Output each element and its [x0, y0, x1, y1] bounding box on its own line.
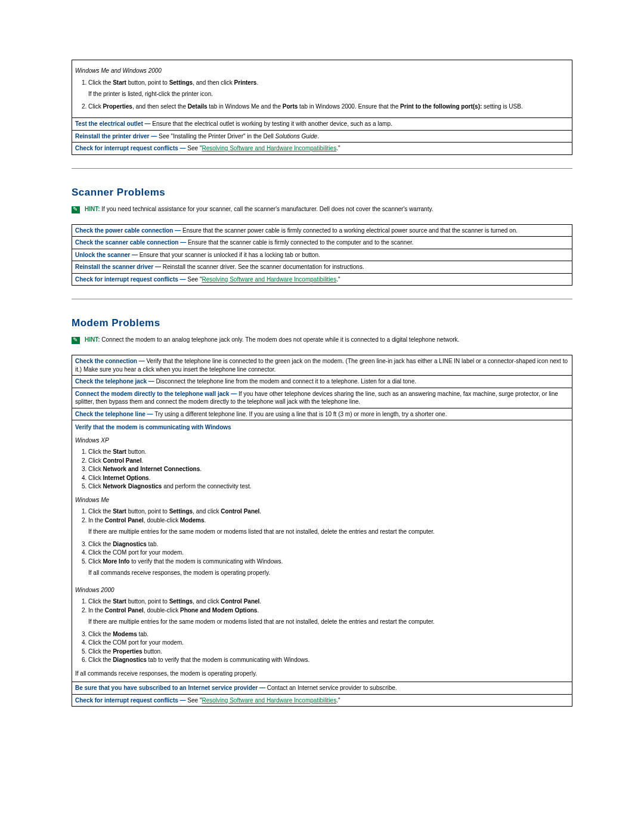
scanner-row-power: Check the power cable connection — Ensur… — [72, 224, 572, 237]
scanner-hint: HINT: If you need technical assistance f… — [72, 206, 572, 213]
printer-outlet-row: Test the electrical outlet — Ensure that… — [72, 118, 572, 131]
me-step-1: Click the Start button, point to Setting… — [88, 507, 569, 516]
printer-step-1: Click the Start button, point to Setting… — [88, 79, 569, 103]
modem-row-irq: Check for interrupt request conflicts — … — [72, 694, 572, 707]
xp-step-5: Click Network Diagnostics and perform th… — [88, 482, 569, 491]
w2k-step-4: Click the COM port for your modem. — [88, 639, 569, 648]
scanner-irq-link[interactable]: Resolving Software and Hardware Incompat… — [202, 276, 337, 283]
os-label-me: Windows Me — [75, 496, 569, 504]
xp-steps: Click the Start button. Click Control Pa… — [88, 448, 569, 491]
os-label-2000: Windows 2000 — [75, 586, 569, 594]
printer-step-1-note: If the printer is listed, right-click th… — [88, 86, 569, 102]
hint-text: Connect the modem to an analog telephone… — [100, 336, 460, 343]
modem-row-isp: Be sure that you have subscribed to an I… — [72, 682, 572, 695]
me-step-2: In the Control Panel, double-click Modem… — [88, 516, 569, 540]
scanner-row-unlock: Unlock the scanner — Ensure that your sc… — [72, 249, 572, 261]
w2k-step-3: Click the Modems tab. — [88, 630, 569, 639]
modem-row-verify: Verify that the modem is communicating w… — [72, 420, 572, 682]
hint-icon — [72, 206, 80, 213]
printer-irq-link[interactable]: Resolving Software and Hardware Incompat… — [202, 145, 337, 151]
printer-table: Windows Me and Windows 2000 Click the St… — [72, 60, 572, 155]
printer-continued-cell: Windows Me and Windows 2000 Click the St… — [72, 60, 572, 118]
w2k-step-5: Click the Properties button. — [88, 648, 569, 657]
os-label: Windows Me and Windows 2000 — [75, 67, 569, 75]
printer-steps: Click the Start button, point to Setting… — [88, 79, 569, 112]
me-step-5: Click More Info to verify that the modem… — [88, 558, 569, 581]
modem-irq-link[interactable]: Resolving Software and Hardware Incompat… — [202, 697, 337, 704]
w2k-note-2: If all commands receive responses, the m… — [75, 670, 569, 678]
me-note-2: If all commands receive responses, the m… — [88, 565, 569, 581]
scanner-heading: Scanner Problems — [72, 187, 572, 199]
w2k-step-6: Click the Diagnostics tab to verify that… — [88, 656, 569, 665]
modem-verify-heading: Verify that the modem is communicating w… — [75, 423, 569, 432]
xp-step-3: Click Network and Internet Connections. — [88, 465, 569, 474]
me-step-3: Click the Diagnostics tab. — [88, 540, 569, 549]
w2k-steps: Click the Start button, point to Setting… — [88, 597, 569, 665]
hint-label: HINT: — [85, 206, 100, 212]
modem-row-line: Check the telephone line — Try using a d… — [72, 408, 572, 420]
modem-hint: HINT: Connect the modem to an analog tel… — [72, 336, 572, 344]
xp-step-2: Click Control Panel. — [88, 457, 569, 466]
scanner-table: Check the power cable connection — Ensur… — [72, 224, 572, 286]
xp-step-1: Click the Start button. — [88, 448, 569, 457]
me-steps: Click the Start button, point to Setting… — [88, 507, 569, 581]
divider — [72, 168, 572, 169]
modem-row-jack: Check the telephone jack — Disconnect th… — [72, 376, 572, 388]
hint-icon — [72, 337, 80, 344]
w2k-step-2: In the Control Panel, double-click Phone… — [88, 606, 569, 630]
printer-step-2: Click Properties, and then select the De… — [88, 103, 569, 112]
scanner-row-reinstall: Reinstall the scanner driver — Reinstall… — [72, 261, 572, 274]
divider — [72, 299, 572, 299]
w2k-step-1: Click the Start button, point to Setting… — [88, 597, 569, 606]
me-step-4: Click the COM port for your modem. — [88, 549, 569, 558]
hint-text: If you need technical assistance for you… — [100, 206, 434, 212]
xp-step-4: Click Internet Options. — [88, 474, 569, 483]
modem-heading: Modem Problems — [72, 317, 572, 329]
modem-row-walljack: Connect the modem directly to the teleph… — [72, 388, 572, 408]
scanner-row-cable: Check the scanner cable connection — Ens… — [72, 237, 572, 249]
hint-label: HINT: — [85, 336, 100, 343]
document-page: Windows Me and Windows 2000 Click the St… — [0, 0, 644, 758]
w2k-note-1: If there are multiple entries for the sa… — [88, 614, 569, 630]
scanner-row-irq: Check for interrupt request conflicts — … — [72, 273, 572, 286]
printer-irq-row: Check for interrupt request conflicts — … — [72, 143, 572, 155]
printer-reinstall-row: Reinstall the printer driver — See "Inst… — [72, 130, 572, 143]
me-note-1: If there are multiple entries for the sa… — [88, 524, 569, 540]
os-label-xp: Windows XP — [75, 436, 569, 445]
modem-row-connection: Check the connection — Verify that the t… — [72, 355, 572, 376]
modem-table: Check the connection — Verify that the t… — [72, 355, 572, 707]
